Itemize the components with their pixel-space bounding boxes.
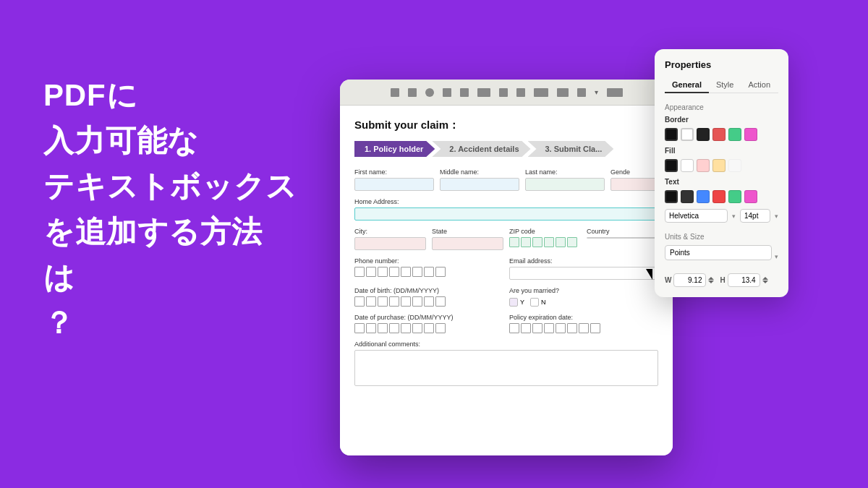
width-arrows bbox=[708, 277, 714, 283]
width-down-arrow[interactable] bbox=[708, 281, 714, 283]
city-input[interactable] bbox=[354, 237, 426, 250]
border-color-red[interactable] bbox=[712, 128, 726, 141]
pdf-toolbar: ▾ bbox=[340, 80, 673, 106]
married-no[interactable]: N bbox=[530, 298, 546, 307]
phone-box-8[interactable] bbox=[435, 267, 446, 277]
purchase-box-7[interactable] bbox=[424, 323, 434, 333]
zip-box-6[interactable] bbox=[567, 237, 577, 247]
phone-box-3[interactable] bbox=[378, 267, 388, 277]
tab-general[interactable]: General bbox=[665, 77, 709, 93]
expiration-label: Policy expiration date: bbox=[509, 314, 658, 321]
first-name-input[interactable] bbox=[354, 178, 434, 191]
tab-action[interactable]: Action bbox=[741, 77, 778, 93]
purchase-box-1[interactable] bbox=[354, 323, 365, 333]
dob-box-3[interactable] bbox=[378, 296, 388, 307]
zip-box-1[interactable] bbox=[509, 237, 519, 247]
units-select[interactable]: Points bbox=[665, 245, 772, 260]
width-up-arrow[interactable] bbox=[708, 277, 714, 280]
purchase-box-2[interactable] bbox=[366, 323, 376, 333]
height-up-arrow[interactable] bbox=[762, 277, 768, 280]
phone-box-5[interactable] bbox=[401, 267, 411, 277]
address-row: Home Address: bbox=[354, 198, 658, 221]
border-color-white[interactable] bbox=[681, 128, 694, 141]
married-no-box[interactable] bbox=[530, 298, 539, 307]
purchase-box-4[interactable] bbox=[389, 323, 399, 333]
dob-box-7[interactable] bbox=[424, 296, 434, 307]
dob-box-4[interactable] bbox=[389, 296, 399, 307]
font-select-arrow: ▾ bbox=[732, 213, 736, 220]
gender-input[interactable] bbox=[610, 178, 658, 191]
married-yes[interactable]: Y bbox=[509, 298, 524, 307]
city-group: City: bbox=[354, 228, 426, 250]
width-input[interactable]: 9.12 bbox=[673, 273, 706, 287]
text-color-dark[interactable] bbox=[681, 190, 694, 203]
properties-panel: Properties General Style Action Appearan… bbox=[655, 49, 788, 297]
phone-box-1[interactable] bbox=[354, 267, 365, 277]
exp-box-4[interactable] bbox=[544, 323, 554, 333]
text-color-pink[interactable] bbox=[744, 190, 757, 203]
exp-box-8[interactable] bbox=[590, 323, 600, 333]
height-group: H 13.4 bbox=[720, 273, 767, 287]
font-select[interactable]: Helvetica bbox=[665, 209, 728, 223]
phone-box-4[interactable] bbox=[389, 267, 399, 277]
fill-color-pink[interactable] bbox=[697, 159, 710, 172]
zip-box-4[interactable] bbox=[544, 237, 554, 247]
tab-style[interactable]: Style bbox=[709, 77, 741, 93]
step-2[interactable]: 2. Accident details bbox=[432, 141, 530, 157]
fill-color-yellow[interactable] bbox=[712, 159, 726, 172]
purchase-box-3[interactable] bbox=[378, 323, 388, 333]
text-color-black[interactable] bbox=[665, 190, 678, 203]
zip-box-2[interactable] bbox=[521, 237, 531, 247]
email-label: Email address: bbox=[509, 257, 658, 265]
form-content: Submit your claim： 1. Policy holder 2. A… bbox=[340, 106, 673, 455]
zip-box-3[interactable] bbox=[532, 237, 542, 247]
country-input[interactable] bbox=[587, 237, 658, 239]
font-size-input[interactable]: 14pt bbox=[740, 209, 770, 223]
expiration-boxes bbox=[509, 323, 658, 333]
border-color-pink[interactable] bbox=[744, 128, 757, 141]
step-1[interactable]: 1. Policy holder bbox=[354, 141, 435, 157]
text-color-blue[interactable] bbox=[697, 190, 710, 203]
exp-box-6[interactable] bbox=[567, 323, 577, 333]
fill-color-light[interactable] bbox=[728, 159, 741, 172]
fill-color-white[interactable] bbox=[681, 159, 694, 172]
comments-input[interactable] bbox=[354, 350, 658, 386]
married-yes-box[interactable] bbox=[509, 298, 518, 307]
step-3[interactable]: 3. Submit Cla... bbox=[528, 141, 614, 157]
purchase-box-8[interactable] bbox=[435, 323, 446, 333]
exp-box-5[interactable] bbox=[556, 323, 566, 333]
email-input[interactable] bbox=[509, 267, 658, 280]
dob-box-5[interactable] bbox=[401, 296, 411, 307]
fill-color-black[interactable] bbox=[665, 159, 678, 172]
purchase-box-5[interactable] bbox=[401, 323, 411, 333]
exp-box-1[interactable] bbox=[509, 323, 519, 333]
phone-box-6[interactable] bbox=[412, 267, 422, 277]
border-color-dark[interactable] bbox=[697, 128, 710, 141]
height-input[interactable]: 13.4 bbox=[728, 273, 760, 287]
exp-box-3[interactable] bbox=[532, 323, 542, 333]
dob-box-2[interactable] bbox=[366, 296, 376, 307]
dob-box-6[interactable] bbox=[412, 296, 422, 307]
text-color-green[interactable] bbox=[728, 190, 741, 203]
name-row: First name: Middle name: Last name: Gend… bbox=[354, 168, 658, 191]
exp-box-7[interactable] bbox=[579, 323, 589, 333]
dob-box-8[interactable] bbox=[435, 296, 446, 307]
height-down-arrow[interactable] bbox=[762, 281, 768, 283]
email-group: Email address: bbox=[509, 257, 658, 280]
border-color-black[interactable] bbox=[665, 128, 678, 141]
form-title: Submit your claim： bbox=[354, 119, 658, 132]
last-name-input[interactable] bbox=[525, 178, 605, 191]
text-color-red[interactable] bbox=[712, 190, 726, 203]
dob-box-1[interactable] bbox=[354, 296, 365, 307]
phone-box-2[interactable] bbox=[366, 267, 376, 277]
border-color-green[interactable] bbox=[728, 128, 741, 141]
state-input[interactable] bbox=[432, 237, 503, 250]
phone-box-7[interactable] bbox=[424, 267, 434, 277]
purchase-box-6[interactable] bbox=[412, 323, 422, 333]
married-radio-group: Y N bbox=[509, 298, 658, 307]
zip-box-5[interactable] bbox=[556, 237, 566, 247]
toolbar-icon-9 bbox=[534, 88, 548, 97]
home-address-input[interactable] bbox=[354, 207, 658, 221]
exp-box-2[interactable] bbox=[521, 323, 531, 333]
middle-name-input[interactable] bbox=[440, 178, 519, 191]
